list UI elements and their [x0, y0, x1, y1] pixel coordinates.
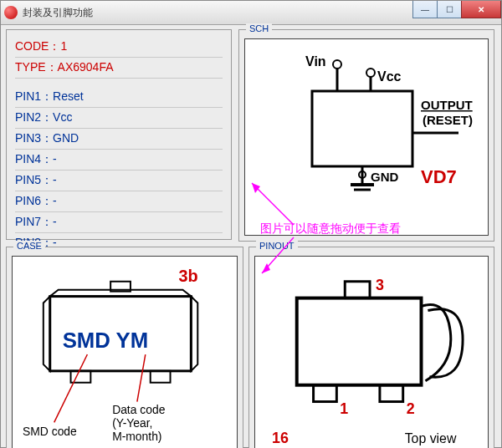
app-window: 封装及引脚功能 — ☐ ✕ CODE：1 TYPE：AX6904FA PIN1：…	[0, 0, 502, 448]
svg-rect-21	[314, 385, 337, 402]
svg-line-17	[54, 354, 88, 422]
pinout-id: 16	[272, 430, 289, 446]
case-smd-label: SMD code	[23, 425, 77, 438]
svg-rect-22	[380, 385, 403, 402]
svg-line-23	[252, 183, 294, 225]
code-line: CODE：1	[15, 37, 223, 58]
titlebar[interactable]: 封装及引脚功能 — ☐ ✕	[1, 1, 501, 25]
type-line: TYPE：AX6904FA	[15, 58, 223, 79]
svg-line-18	[137, 354, 146, 402]
hint-arrow-down-icon	[252, 233, 302, 283]
svg-marker-24	[252, 183, 260, 193]
drag-hint: 图片可以随意拖动便于查看	[260, 221, 401, 237]
case-mark: 3b	[178, 267, 197, 285]
sch-reset-label: (RESET)	[423, 113, 473, 127]
case-text: SMD YM	[63, 328, 149, 352]
pinout-p2: 2	[407, 400, 415, 417]
pin1-line: PIN1：Reset	[15, 87, 223, 108]
svg-rect-20	[345, 282, 370, 298]
pinout-view: Top view	[405, 431, 457, 445]
svg-rect-14	[71, 371, 91, 383]
window-title: 封装及引脚功能	[23, 6, 93, 20]
case-data-label3: M-month)	[112, 430, 161, 443]
close-button[interactable]: ✕	[461, 1, 501, 18]
svg-rect-0	[312, 91, 412, 166]
maximize-button[interactable]: ☐	[437, 1, 462, 18]
case-data-label2: (Y-Year,	[112, 416, 152, 430]
sch-vin-label: Vin	[305, 54, 326, 69]
case-group: CASE 3b SMD YM SMD code Data code (	[6, 247, 243, 448]
minimize-button[interactable]: —	[412, 1, 438, 18]
app-icon	[4, 6, 18, 19]
pin5-line: PIN5：-	[15, 171, 223, 191]
svg-point-2	[333, 60, 341, 69]
pin6-line: PIN6：-	[15, 191, 223, 212]
pin4-line: PIN4：-	[15, 150, 223, 171]
svg-rect-19	[297, 298, 422, 385]
svg-rect-15	[151, 371, 171, 383]
sch-part-label: VD7	[421, 166, 457, 187]
pin7-line: PIN7：-	[15, 212, 223, 233]
sch-title: SCH	[246, 23, 272, 33]
sch-vcc-label: Vcc	[377, 69, 402, 84]
info-panel: CODE：1 TYPE：AX6904FA PIN1：Reset PIN2：Vcc…	[6, 29, 232, 240]
pinout-p3: 3	[376, 277, 384, 293]
svg-point-4	[366, 69, 375, 77]
pinout-image[interactable]: 3 1 2 16 Top view	[254, 256, 489, 448]
case-image[interactable]: 3b SMD YM SMD code Data code (Y-Year, M-…	[12, 256, 238, 448]
case-title: CASE	[13, 241, 45, 251]
pinout-p1: 1	[340, 400, 348, 417]
case-data-label1: Data code	[112, 403, 166, 416]
window-controls: — ☐ ✕	[413, 1, 501, 18]
sch-gnd-label: GND	[371, 170, 399, 184]
client-area: CODE：1 TYPE：AX6904FA PIN1：Reset PIN2：Vcc…	[1, 24, 501, 447]
sch-output-label: OUTPUT	[421, 98, 473, 112]
pin3-line: PIN3：GND	[15, 129, 223, 150]
pin2-line: PIN2：Vcc	[15, 108, 223, 129]
